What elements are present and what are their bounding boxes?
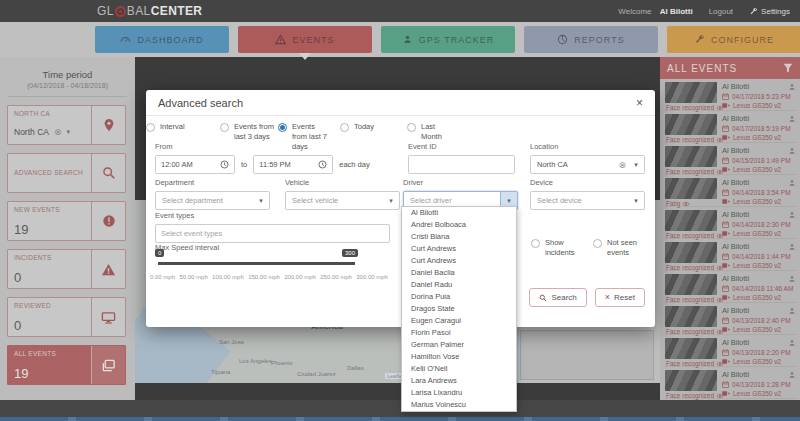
event-driver-name: Al Bilotti <box>722 306 749 315</box>
event-list-item[interactable]: Face recognized Al Bilotti 04/14/2018 11… <box>663 273 797 303</box>
to-time-input[interactable]: 11:59 PM <box>253 155 333 174</box>
event-device: Lexus GS350 v2 <box>733 198 781 205</box>
period-radio-option[interactable]: Events from last 3 days <box>220 122 274 142</box>
driver-dropdown-option[interactable]: Hamilton Vose <box>402 351 516 363</box>
event-thumbnail <box>665 370 717 391</box>
event-device-row: Lexus GS350 v2 <box>722 230 796 237</box>
event-list-item[interactable]: Face recognized Al Bilotti 04/14/2018 2:… <box>663 209 797 239</box>
event-tag: Face recognized <box>666 232 724 239</box>
slider-min-handle[interactable]: 0 <box>155 249 164 257</box>
clear-icon[interactable]: ⊗ <box>54 127 62 137</box>
time-period-range: (04/12/2018 - 04/18/2018) <box>0 82 135 89</box>
event-list-item[interactable]: Face recognized Al Bilotti 04/17/2018 5:… <box>663 81 797 111</box>
driver-dropdown-option[interactable]: Cristi Blana <box>402 231 516 243</box>
period-radio-option[interactable]: Today <box>340 122 400 132</box>
event-id-input[interactable] <box>408 155 515 174</box>
from-time-input[interactable]: 12:00 AM <box>155 155 235 174</box>
event-list-item[interactable]: Face recognized Al Bilotti 04/13/2018 2:… <box>663 337 797 367</box>
logout-link[interactable]: Logout <box>709 7 733 16</box>
sidebar-card-advanced-search[interactable]: ADVANCED SEARCH <box>7 153 126 193</box>
calendar-icon <box>722 125 729 132</box>
event-device-row: Lexus GS350 v2 <box>722 102 796 109</box>
person-icon <box>788 243 796 251</box>
event-types-input[interactable] <box>155 224 390 243</box>
event-date: 04/13/2018 2:40 PM <box>732 317 791 324</box>
top-bar: GL BAL CENTER Welcome Al Bilotti Logout … <box>0 0 800 22</box>
event-list-item[interactable]: Face recognized Al Bilotti 04/14/2018 1:… <box>663 241 797 271</box>
driver-dropdown-option[interactable]: Curt Andrews <box>402 243 516 255</box>
driver-dropdown-option[interactable]: Florin Pasol <box>402 327 516 339</box>
tab-reports[interactable]: REPORTS <box>524 26 658 53</box>
slider-max-handle[interactable]: 300 <box>342 249 358 257</box>
tab-events[interactable]: EVENTS <box>238 26 372 53</box>
sidebar-card-all-events[interactable]: ALL EVENTS 19 <box>7 345 126 385</box>
driver-dropdown-option[interactable]: Andrei Bolboaca <box>402 219 516 231</box>
event-list-item[interactable]: Face recognized Al Bilotti 04/13/2018 2:… <box>663 305 797 335</box>
alert-badge-icon <box>102 214 116 228</box>
tab-configure[interactable]: CONFIGURE <box>667 26 800 53</box>
event-list-item[interactable]: Fatig Al Bilotti 04/14/2018 3:54 PM <box>663 177 797 207</box>
driver-dropdown-option[interactable]: Daniel Bacila <box>402 267 516 279</box>
slider-tick-label: 50.00 mph <box>179 274 207 280</box>
event-thumbnail <box>665 338 717 359</box>
sidebar-card-incidents[interactable]: INCIDENTS 0 <box>7 249 126 289</box>
event-device: Lexus GS350 v2 <box>733 390 781 397</box>
extra-radio-option[interactable]: Not seen events <box>593 238 639 258</box>
monitor-icon <box>101 310 116 325</box>
location-select[interactable]: North CA ⊗ ▾ <box>14 127 70 137</box>
chevron-down-icon: ▾ <box>383 192 399 209</box>
tab-gps-tracker[interactable]: GPS TRACKER <box>381 26 515 53</box>
from-group: From 12:00 AM to 11:59 PM each day <box>155 142 370 174</box>
close-icon[interactable]: × <box>636 97 643 109</box>
slider-track[interactable] <box>158 262 355 265</box>
driver-dropdown-option[interactable]: Dragos State <box>402 303 516 315</box>
location-group: Location North CA ⊗ ▾ <box>530 142 645 174</box>
reset-button[interactable]: × Reset <box>595 288 645 307</box>
driver-dropdown-option[interactable]: Marius Voinescu <box>402 399 516 411</box>
new-events-count: 19 <box>14 222 28 237</box>
all-events-count: 19 <box>14 366 28 381</box>
chevron-down-icon: ▾ <box>628 156 644 173</box>
person-icon <box>788 371 796 379</box>
close-icon: × <box>605 293 610 302</box>
event-device: Lexus GS350 v2 <box>733 358 781 365</box>
extra-radio-option[interactable]: Show incidents <box>531 238 575 258</box>
event-list-item[interactable]: Face recognized Al Bilotti 04/13/2018 1:… <box>663 369 797 399</box>
driver-dropdown-option[interactable]: Dorina Puia <box>402 291 516 303</box>
event-list-item[interactable]: Face recognized Al Bilotti 04/15/2018 1:… <box>663 145 797 175</box>
department-select[interactable]: Select department ▾ <box>155 191 270 210</box>
period-radio-option[interactable]: Interval <box>146 122 185 132</box>
period-radio-option[interactable]: Last Month <box>407 122 457 142</box>
event-driver-name: Al Bilotti <box>722 242 749 251</box>
event-date-row: 04/17/2018 5:23 PM <box>722 93 796 100</box>
driver-dropdown-option[interactable]: Kelli O'Neil <box>402 363 516 375</box>
clear-icon[interactable]: ⊗ <box>618 160 626 170</box>
driver-dropdown-option[interactable]: German Palmer <box>402 339 516 351</box>
location-select[interactable]: North CA ⊗ ▾ <box>530 155 645 174</box>
sidebar-card-reviewed[interactable]: REVIEWED 0 <box>7 297 126 337</box>
filter-icon[interactable] <box>783 63 793 73</box>
device-select[interactable]: Select device ▾ <box>530 191 645 210</box>
driver-dropdown-option[interactable]: Eugen Caragui <box>402 315 516 327</box>
driver-dropdown-option[interactable]: Larisa Lixandru <box>402 387 516 399</box>
vehicle-select[interactable]: Select vehicle ▾ <box>285 191 400 210</box>
warning-triangle-icon <box>101 262 116 277</box>
driver-dropdown-option[interactable]: Curt Andrews <box>402 255 516 267</box>
event-date: 04/13/2018 1:28 PM <box>732 381 791 388</box>
calendar-icon <box>722 93 729 100</box>
search-button[interactable]: Search <box>529 288 586 307</box>
nav-bar: DASHBOARD EVENTS GPS TRACKER REPORTS CON… <box>0 22 800 57</box>
sidebar-card-new-events[interactable]: NEW EVENTS 19 <box>7 201 126 241</box>
settings-link[interactable]: Settings <box>749 7 790 16</box>
warning-triangle-icon <box>275 34 286 45</box>
driver-dropdown-option[interactable]: Al Bilotti <box>402 207 516 219</box>
sidebar-card-location[interactable]: NORTH CA North CA ⊗ ▾ <box>7 105 126 145</box>
tab-dashboard[interactable]: DASHBOARD <box>95 26 229 53</box>
event-list-item[interactable]: Face recognized Al Bilotti 04/17/2018 5:… <box>663 113 797 143</box>
driver-dropdown-option[interactable]: Daniel Radu <box>402 279 516 291</box>
event-driver-name: Al Bilotti <box>722 178 749 187</box>
driver-dropdown-option[interactable]: Lara Andrews <box>402 375 516 387</box>
bottom-timeline-strip[interactable] <box>0 417 800 421</box>
event-tag: Face recognized <box>666 392 724 399</box>
radio-icon <box>407 123 416 132</box>
